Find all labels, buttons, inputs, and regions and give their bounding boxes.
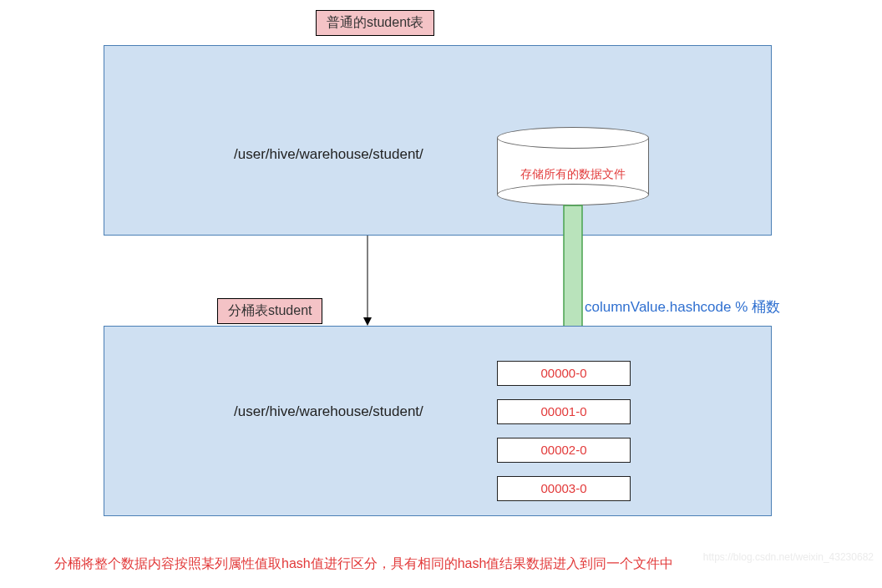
thin-arrow-icon (359, 236, 376, 327)
hash-formula-label: columnValue.hashcode % 桶数 (585, 297, 780, 317)
normal-table-path: /user/hive/warehouse/student/ (234, 146, 423, 163)
watermark-label: https://blog.csdn.net/weixin_43230682 (703, 551, 874, 563)
bucket-file-2: 00002-0 (497, 438, 631, 463)
bucket-table-box (104, 326, 772, 516)
bucket-table-title-label: 分桶表student (217, 298, 322, 324)
svg-rect-2 (564, 205, 582, 332)
bucket-file-3: 00003-0 (497, 476, 631, 501)
svg-marker-1 (363, 317, 372, 326)
bucket-table-path: /user/hive/warehouse/student/ (234, 403, 423, 420)
top-title-label: 普通的student表 (316, 10, 434, 36)
normal-table-box (104, 45, 772, 236)
cylinder-label: 存储所有的数据文件 (497, 167, 649, 182)
bottom-description: 分桶将整个数据内容按照某列属性值取hash值进行区分，具有相同的hash值结果数… (54, 555, 673, 573)
bucket-file-1: 00001-0 (497, 399, 631, 424)
storage-cylinder-icon: 存储所有的数据文件 (497, 127, 649, 205)
bucket-file-0: 00000-0 (497, 361, 631, 386)
